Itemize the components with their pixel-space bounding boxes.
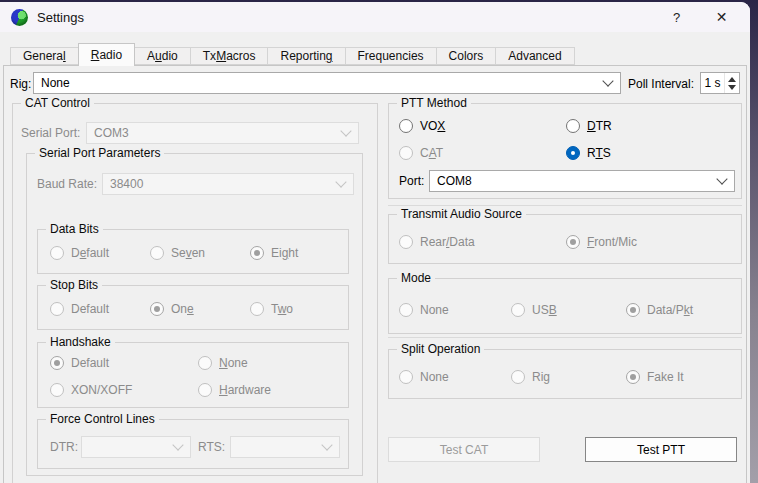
force-control-lines-group: Force Control Lines DTR: RTS: bbox=[37, 419, 349, 469]
radio-handshake-hardware: Hardware bbox=[198, 382, 271, 398]
rig-select[interactable]: None bbox=[33, 72, 621, 94]
radio-mode-data-pkt: Data/Pkt bbox=[626, 302, 693, 318]
radio-icon bbox=[50, 302, 64, 316]
poll-interval-spinner[interactable]: 1 s bbox=[700, 72, 740, 94]
mode-title: Mode bbox=[397, 271, 435, 285]
chevron-down-icon bbox=[321, 439, 332, 450]
tab-advanced[interactable]: Advanced bbox=[495, 47, 574, 65]
serial-port-label: Serial Port: bbox=[21, 126, 80, 140]
radio-handshake-default: Default bbox=[50, 355, 109, 371]
tab-colors[interactable]: Colors bbox=[436, 47, 497, 65]
radio-front-mic: Front/Mic bbox=[566, 234, 637, 250]
radio-databits-seven: Seven bbox=[150, 245, 205, 261]
radio-handshake-none: None bbox=[198, 355, 248, 371]
cat-control-group: CAT Control Serial Port: COM3 Serial Por… bbox=[12, 103, 378, 483]
radio-icon bbox=[566, 235, 580, 249]
rts-select bbox=[230, 436, 340, 458]
rig-label: Rig: bbox=[10, 77, 31, 91]
radio-databits-eight: Eight bbox=[250, 245, 298, 261]
tab-audio[interactable]: Audio bbox=[134, 47, 191, 65]
tab-tx-macros[interactable]: Tx Macros bbox=[190, 47, 269, 65]
rig-value: None bbox=[41, 76, 598, 90]
radio-icon bbox=[399, 303, 413, 317]
radio-icon bbox=[399, 235, 413, 249]
radio-split-fake-it: Fake It bbox=[626, 369, 684, 385]
radio-icon bbox=[50, 383, 64, 397]
ptt-port-value: COM8 bbox=[437, 174, 712, 188]
close-button[interactable]: ✕ bbox=[699, 2, 744, 32]
radio-icon[interactable] bbox=[566, 119, 580, 133]
radio-stopbits-default: Default bbox=[50, 301, 109, 317]
radio-vox[interactable]: VOX bbox=[399, 118, 445, 134]
separator-line bbox=[388, 337, 742, 338]
radio-databits-default: Default bbox=[50, 245, 109, 261]
cat-control-title: CAT Control bbox=[21, 96, 94, 110]
radio-cat-ptt: CAT bbox=[399, 145, 443, 161]
handshake-group: Handshake Default None XON/XOFF Hardware bbox=[37, 342, 349, 408]
radio-icon bbox=[50, 246, 64, 260]
radio-mode-usb: USB bbox=[511, 302, 557, 318]
test-ptt-button[interactable]: Test PTT bbox=[585, 437, 737, 462]
serial-port-select: COM3 bbox=[86, 122, 359, 144]
data-bits-title: Data Bits bbox=[46, 222, 103, 236]
poll-interval-label: Poll Interval: bbox=[628, 77, 694, 91]
tab-bar: General Radio Audio Tx Macros Reporting … bbox=[10, 43, 574, 66]
split-operation-group: Split Operation None Rig Fake It bbox=[388, 349, 742, 399]
serial-port-parameters-title: Serial Port Parameters bbox=[35, 146, 164, 160]
radio-icon bbox=[50, 356, 64, 370]
help-button[interactable]: ? bbox=[654, 2, 699, 32]
radio-split-rig: Rig bbox=[511, 369, 550, 385]
radio-icon bbox=[198, 383, 212, 397]
separator-line bbox=[388, 205, 742, 206]
tab-reporting[interactable]: Reporting bbox=[267, 47, 345, 65]
titlebar: Settings ? ✕ bbox=[0, 2, 750, 32]
chevron-down-icon bbox=[335, 176, 346, 187]
radio-stopbits-two: Two bbox=[250, 301, 293, 317]
chevron-down-icon bbox=[340, 125, 351, 136]
radio-icon bbox=[150, 302, 164, 316]
tab-general[interactable]: General bbox=[10, 47, 79, 65]
spin-up-icon[interactable] bbox=[728, 77, 736, 82]
transmit-audio-source-group: Transmit Audio Source Rear/Data Front/Mi… bbox=[388, 214, 742, 264]
dtr-select bbox=[81, 436, 191, 458]
radio-icon bbox=[198, 356, 212, 370]
handshake-title: Handshake bbox=[46, 335, 115, 349]
data-bits-group: Data Bits Default Seven Eight bbox=[37, 229, 349, 274]
settings-window: Settings ? ✕ General Radio Audio Tx Macr… bbox=[0, 2, 750, 483]
window-title: Settings bbox=[37, 10, 84, 25]
radio-icon[interactable] bbox=[566, 146, 580, 160]
radio-rts-ptt[interactable]: RTS bbox=[566, 145, 611, 161]
rts-label: RTS: bbox=[198, 440, 225, 454]
radio-handshake-xonxoff: XON/XOFF bbox=[50, 382, 132, 398]
radio-icon bbox=[511, 303, 525, 317]
radio-rear-data: Rear/Data bbox=[399, 234, 475, 250]
radio-icon[interactable] bbox=[399, 119, 413, 133]
spin-down-icon[interactable] bbox=[728, 85, 736, 90]
radio-icon bbox=[150, 246, 164, 260]
ptt-port-select[interactable]: COM8 bbox=[429, 170, 735, 192]
tab-frequencies[interactable]: Frequencies bbox=[345, 47, 437, 65]
dtr-label: DTR: bbox=[50, 440, 78, 454]
serial-port-parameters-group: Serial Port Parameters Baud Rate: 38400 … bbox=[26, 153, 363, 476]
ptt-method-title: PTT Method bbox=[397, 96, 471, 110]
radio-icon bbox=[626, 370, 640, 384]
radio-icon bbox=[250, 302, 264, 316]
baud-rate-value: 38400 bbox=[110, 177, 331, 191]
spinner-buttons[interactable] bbox=[724, 73, 739, 93]
ptt-port-label: Port: bbox=[399, 174, 424, 188]
chevron-down-icon bbox=[716, 173, 727, 184]
radio-icon bbox=[399, 370, 413, 384]
test-cat-button: Test CAT bbox=[388, 437, 540, 462]
tab-radio[interactable]: Radio bbox=[78, 43, 135, 66]
radio-icon bbox=[399, 146, 413, 160]
chevron-down-icon bbox=[602, 75, 613, 86]
chevron-down-icon bbox=[172, 439, 183, 450]
radio-mode-none: None bbox=[399, 302, 449, 318]
stop-bits-title: Stop Bits bbox=[46, 278, 102, 292]
radio-dtr-ptt[interactable]: DTR bbox=[566, 118, 612, 134]
radio-split-none: None bbox=[399, 369, 449, 385]
stop-bits-group: Stop Bits Default One Two bbox=[37, 285, 349, 330]
split-operation-title: Split Operation bbox=[397, 342, 484, 356]
transmit-audio-source-title: Transmit Audio Source bbox=[397, 207, 526, 221]
mode-group: Mode None USB Data/Pkt bbox=[388, 278, 742, 334]
